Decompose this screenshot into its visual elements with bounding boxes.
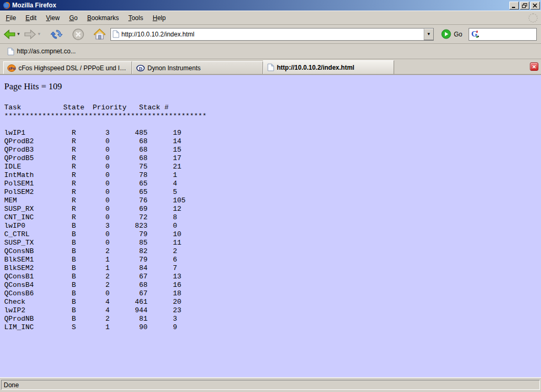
bookmark-item[interactable]: http://as.cmpnet.co... xyxy=(4,46,79,57)
bookmark-page-icon xyxy=(7,48,14,55)
bookmark-label: http://as.cmpnet.co... xyxy=(17,48,76,55)
address-input[interactable] xyxy=(119,31,424,38)
reload-icon xyxy=(50,28,63,41)
throbber-icon xyxy=(528,13,538,23)
status-bar: Done xyxy=(0,377,541,392)
menu-item-view[interactable]: View xyxy=(41,13,64,23)
menu-item-file[interactable]: File xyxy=(1,13,21,23)
back-dropdown-icon: ▼ xyxy=(16,32,21,36)
google-icon[interactable]: G xyxy=(471,30,480,39)
forward-button[interactable]: ▼ xyxy=(23,27,42,42)
close-button[interactable] xyxy=(530,2,540,10)
go-button[interactable]: Go xyxy=(438,29,465,40)
tab-1[interactable]: cFoscFos Highspeed DSL / PPPoE und ISDN … xyxy=(3,61,132,74)
navigation-toolbar: ▼ ▼ xyxy=(0,25,541,44)
tab-label: http://10.0.10.2/index.html xyxy=(277,64,355,71)
menu-item-help[interactable]: Help xyxy=(148,13,171,23)
search-box[interactable]: G xyxy=(469,28,537,41)
address-dropdown-icon[interactable]: ▼ xyxy=(424,29,433,40)
task-table: Task State Priority Stack # ************… xyxy=(4,104,541,332)
home-icon xyxy=(93,28,106,41)
home-button[interactable] xyxy=(92,27,107,42)
page-icon xyxy=(113,30,119,38)
search-input[interactable] xyxy=(480,30,536,39)
stop-icon xyxy=(72,28,85,41)
menu-item-tools[interactable]: Tools xyxy=(124,13,148,23)
svg-text:cFos: cFos xyxy=(8,67,16,70)
bookmarks-toolbar: http://as.cmpnet.co... xyxy=(0,44,541,59)
page-icon xyxy=(267,63,274,71)
reload-button[interactable] xyxy=(49,27,64,42)
tab-label: Dynon Instruments xyxy=(147,64,201,72)
go-button-label: Go xyxy=(454,31,462,38)
forward-arrow-icon xyxy=(24,28,36,41)
page-content: Page Hits = 109 Task State Priority Stac… xyxy=(0,75,541,377)
menu-item-bookmarks[interactable]: Bookmarks xyxy=(82,13,124,23)
dynon-icon: D xyxy=(136,64,145,72)
status-text: Done xyxy=(1,380,540,390)
firefox-icon xyxy=(2,1,11,10)
tab-bar: cFoscFos Highspeed DSL / PPPoE und ISDN … xyxy=(0,59,541,75)
page-hits-text: Page Hits = 109 xyxy=(4,81,541,92)
back-button[interactable]: ▼ xyxy=(2,27,22,42)
window-title: Mozilla Firefox xyxy=(12,2,508,9)
close-tab-button[interactable]: ✕ xyxy=(530,62,538,71)
tab-label: cFos Highspeed DSL / PPPoE und ISDN CAP.… xyxy=(18,64,128,72)
tab-3[interactable]: http://10.0.10.2/index.html xyxy=(263,60,394,74)
title-bar: Mozilla Firefox xyxy=(0,0,541,11)
menu-item-edit[interactable]: Edit xyxy=(21,13,41,23)
go-icon xyxy=(441,29,451,39)
restore-button[interactable] xyxy=(520,2,529,10)
menu-bar: FileEditViewGoBookmarksToolsHelp xyxy=(0,11,541,25)
back-arrow-icon xyxy=(3,28,16,41)
svg-text:D: D xyxy=(139,66,143,71)
menu-item-go[interactable]: Go xyxy=(64,13,82,23)
tab-2[interactable]: DDynon Instruments xyxy=(132,61,263,74)
forward-dropdown-icon: ▼ xyxy=(37,32,41,36)
address-bar[interactable]: ▼ xyxy=(110,28,434,41)
stop-button[interactable] xyxy=(71,27,86,42)
cfos-icon: cFos xyxy=(7,64,16,72)
minimize-button[interactable] xyxy=(509,2,519,10)
browser-window: Mozilla Firefox FileEditViewGoBookmarksT… xyxy=(0,0,541,392)
